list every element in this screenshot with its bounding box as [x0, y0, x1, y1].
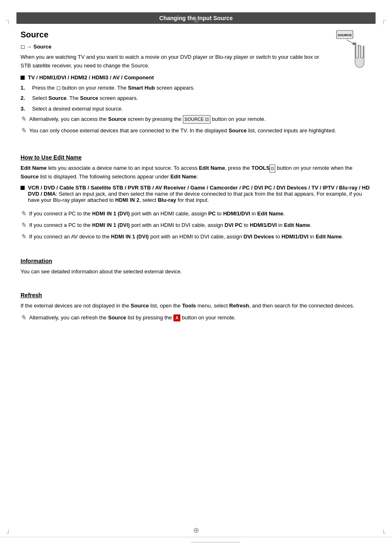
input-list-bold: TV / HDMI1/DVI / HDMI2 / HDMI3 / AV / Co…: [28, 74, 154, 81]
step-1: 1. Press the ◻ button on your remote. Th…: [21, 84, 371, 92]
device-list-text: VCR / DVD / Cable STB / Satellite STB / …: [28, 185, 371, 203]
edit-name-title: How to Use Edit Name: [21, 154, 371, 161]
intro-paragraph: When you are watching TV and you want to…: [21, 53, 371, 70]
svg-line-6: [347, 40, 354, 44]
information-title: Information: [21, 258, 371, 264]
separator-1: [21, 146, 371, 146]
corner-mark-tr: ┌: [381, 16, 386, 24]
information-body: You can see detailed information about t…: [21, 268, 371, 276]
page-footer: [PE6500-ZA]BN68-04195A-X0Eng.indb 26 Eng…: [0, 537, 392, 543]
note-pencil-icon-3: ✎: [21, 209, 26, 219]
edit-note-2-text: If you connect a PC to the HDMI IN 1 (DV…: [29, 221, 311, 230]
corner-mark-bl: ┘: [6, 529, 11, 537]
input-list-text: TV / HDMI1/DVI / HDMI2 / HDMI3 / AV / Co…: [28, 74, 154, 81]
note-1-text: Alternatively, you can access the Source…: [29, 115, 266, 124]
separator-2: [21, 249, 371, 250]
note-pencil-icon-6: ✎: [21, 313, 26, 323]
remote-image: SOURCE: [334, 28, 371, 74]
footer-center: English - 26: [191, 542, 240, 543]
edit-name-note-2: ✎ If you connect a PC to the HDMI IN 1 (…: [21, 221, 371, 230]
note-pencil-icon-4: ✎: [21, 220, 26, 230]
note-2-text: You can only choose external devices tha…: [29, 127, 336, 136]
note-highlighted-inputs: ✎ You can only choose external devices t…: [21, 127, 371, 136]
refresh-note: ✎ Alternatively, you can refresh the Sou…: [21, 314, 371, 323]
step-2-text: Select Source. The Source screen appears…: [32, 94, 138, 102]
device-list-bullet: VCR / DVD / Cable STB / Satellite STB / …: [21, 185, 371, 203]
note-pencil-icon-2: ✎: [21, 126, 26, 136]
section-title: Source: [21, 30, 371, 39]
intro-section: SOURCE When you: [21, 53, 371, 138]
tools-btn: ⊡: [270, 164, 275, 173]
step-2-num: 2.: [21, 94, 29, 102]
step-1-text: Press the ◻ button on your remote. The S…: [32, 84, 195, 92]
refresh-note-text: Alternatively, you can refresh the Sourc…: [29, 314, 236, 323]
bullet-square: [21, 76, 25, 80]
input-list-bullet: TV / HDMI1/DVI / HDMI2 / HDMI3 / AV / Co…: [21, 74, 326, 81]
step-1-num: 1.: [21, 84, 29, 92]
separator-3: [21, 283, 371, 284]
step-3-text: Select a desired external input source.: [32, 105, 123, 113]
main-content: Source ◻ → Source SOURCE: [0, 30, 392, 323]
menu-path: ◻ → Source: [21, 44, 371, 50]
refresh-body: If the external devices are not displaye…: [21, 302, 371, 310]
a-button: A: [173, 314, 180, 321]
step-3: 3. Select a desired external input sourc…: [21, 105, 371, 113]
page-container: ┐ ┌ ⊕ Changing the Input Source Source ◻…: [0, 12, 392, 543]
step-2: 2. Select Source. The Source screen appe…: [21, 94, 371, 102]
information-section: Information You can see detailed informa…: [21, 258, 371, 276]
edit-name-body: Edit Name lets you associate a device na…: [21, 164, 371, 181]
bullet-square-2: [21, 186, 25, 190]
steps-list: 1. Press the ◻ button on your remote. Th…: [21, 84, 371, 113]
edit-note-1-text: If you connect a PC to the HDMI IN 1 (DV…: [29, 210, 285, 219]
source-button-label: SOURCE ⊡: [183, 115, 210, 124]
note-source-button: ✎ Alternatively, you can access the Sour…: [21, 115, 371, 124]
edit-name-note-1: ✎ If you connect a PC to the HDMI IN 1 (…: [21, 210, 371, 219]
center-registration-top: ⊕: [193, 16, 199, 25]
note-pencil-icon-1: ✎: [21, 114, 26, 124]
center-registration-bottom: ⊕: [193, 526, 199, 535]
edit-name-note-3: ✎ If you connect an AV device to the HDM…: [21, 233, 371, 242]
edit-note-3-text: If you connect an AV device to the HDMI …: [29, 233, 343, 242]
refresh-section: Refresh If the external devices are not …: [21, 292, 371, 323]
corner-mark-tl: ┐: [6, 16, 11, 24]
step-3-num: 3.: [21, 105, 29, 113]
menu-icon: ◻ → Source: [21, 44, 51, 50]
note-pencil-icon-5: ✎: [21, 232, 26, 242]
corner-mark-br: └: [381, 529, 386, 537]
edit-name-section: How to Use Edit Name Edit Name lets you …: [21, 154, 371, 242]
svg-text:SOURCE: SOURCE: [338, 33, 352, 37]
refresh-title: Refresh: [21, 292, 371, 298]
